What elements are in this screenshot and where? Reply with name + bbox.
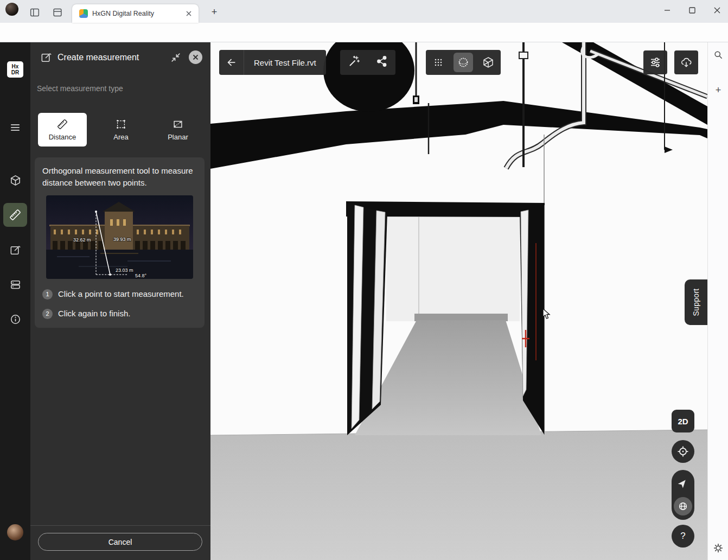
viewer-3d: Revit Test File.rvt: [210, 42, 707, 560]
new-tab-button[interactable]: +: [207, 5, 221, 18]
panel-subtitle: Select measurement type: [37, 84, 123, 93]
measure-label-slant: 39.93 m: [113, 237, 131, 242]
edge-sidebar-rail: +: [707, 42, 728, 560]
view-mode-pointcloud-icon[interactable]: [426, 50, 451, 75]
share-icon[interactable]: [375, 55, 388, 70]
app-sidebar-rail: Hx DR: [0, 42, 30, 560]
sidebar-item-layers-icon[interactable]: [3, 272, 27, 296]
globe-mode-button[interactable]: [674, 497, 692, 516]
view-mode-bar: [426, 50, 501, 75]
selected-view-highlight: [454, 53, 473, 72]
distance-ruler-icon: [56, 118, 68, 130]
3d-scene[interactable]: [210, 42, 707, 560]
browser-profile-avatar[interactable]: [5, 3, 18, 16]
sidebar-item-assets-cube-icon[interactable]: [3, 168, 27, 192]
measurement-example-image: 32.62 m 39.93 m 23.03 m 54.8°: [46, 195, 193, 279]
create-measurement-panel: Create measurement Select measurement ty…: [30, 42, 210, 560]
window-minimize-button[interactable]: [659, 2, 676, 18]
cancel-button[interactable]: Cancel: [38, 533, 202, 551]
panel-title: Create measurement: [58, 53, 139, 62]
step-1: 1 Click a point to start measurement.: [42, 288, 197, 301]
browser-tab[interactable]: HxGN Digital Reality: [72, 4, 199, 23]
support-label: Support: [692, 288, 700, 316]
tab-actions-icon[interactable]: [28, 6, 41, 19]
step-2: 2 Click again to finish.: [42, 307, 197, 320]
measure-label-vertical: 32.62 m: [73, 237, 91, 243]
browser-toolbar: https://realitycloudstudio.hxdr.app/asse…: [0, 23, 728, 42]
viewer-tools-bar: [340, 50, 395, 75]
view-mode-sphere-selected[interactable]: [451, 50, 476, 75]
sidebar-item-markup-pencil-icon[interactable]: [3, 238, 27, 262]
view-mode-mesh-icon[interactable]: [476, 50, 501, 75]
measure-type-planar-button[interactable]: Planar: [158, 113, 197, 147]
sidebar-settings-gear-icon[interactable]: [712, 542, 725, 555]
tool-description: Orthogonal measurement tool to measure d…: [42, 165, 197, 189]
step-2-number: 2: [42, 309, 53, 319]
window-maximize-button[interactable]: [684, 2, 701, 18]
app-content: Hx DR: [0, 42, 728, 560]
close-panel-icon[interactable]: [189, 50, 202, 64]
help-button[interactable]: ?: [672, 525, 694, 548]
window-close-button[interactable]: [708, 2, 726, 18]
tab-title: HxGN Digital Reality: [92, 10, 179, 17]
viewer-back-icon[interactable]: [219, 50, 244, 75]
sidebar-item-info-icon[interactable]: [3, 307, 27, 331]
workspaces-icon[interactable]: [51, 6, 64, 19]
navigate-arrow-button[interactable]: [672, 472, 694, 494]
sidebar-item-measure-ruler-icon[interactable]: [3, 203, 27, 227]
support-tab[interactable]: Support: [685, 279, 707, 325]
instruction-steps: 1 Click a point to start measurement. 2 …: [42, 288, 197, 320]
cloud-download-icon[interactable]: [674, 50, 698, 74]
magic-wand-icon[interactable]: [348, 55, 361, 70]
menu-hamburger-icon[interactable]: [3, 116, 27, 139]
measurement-pencil-icon: [40, 51, 53, 66]
toggle-2d-button[interactable]: 2D: [672, 410, 694, 432]
file-title-bar: Revit Test File.rvt: [219, 50, 326, 75]
user-avatar[interactable]: [7, 524, 23, 540]
measure-type-area-button[interactable]: Area: [103, 113, 139, 147]
step-1-number: 1: [42, 289, 53, 300]
planar-icon: [172, 118, 184, 130]
navigation-group: [672, 470, 694, 520]
file-name: Revit Test File.rvt: [244, 58, 326, 67]
browser-tabstrip: HxGN Digital Reality +: [0, 0, 728, 23]
measure-type-distance-button[interactable]: Distance: [38, 113, 87, 147]
hxdr-logo[interactable]: Hx DR: [7, 61, 23, 78]
collapse-panel-icon[interactable]: [169, 51, 182, 64]
locate-crosshair-button[interactable]: [672, 440, 694, 463]
view-settings-sliders-icon[interactable]: [643, 50, 667, 74]
area-icon: [115, 118, 127, 130]
tab-close-icon[interactable]: [184, 9, 194, 18]
tab-favicon-icon: [79, 9, 88, 18]
sidebar-search-icon[interactable]: [712, 48, 725, 61]
sidebar-add-icon[interactable]: +: [712, 84, 725, 97]
step-1-text: Click a point to start measurement.: [58, 288, 184, 301]
measure-label-horizontal: 23.03 m: [116, 268, 133, 273]
browser-window: HxGN Digital Reality + https://realityc: [0, 0, 728, 560]
measure-label-angle: 54.8°: [135, 273, 147, 278]
tool-description-box: Orthogonal measurement tool to measure d…: [35, 157, 205, 328]
panel-divider: [30, 525, 210, 526]
step-2-text: Click again to finish.: [58, 307, 130, 320]
mouse-cursor: [542, 308, 551, 322]
